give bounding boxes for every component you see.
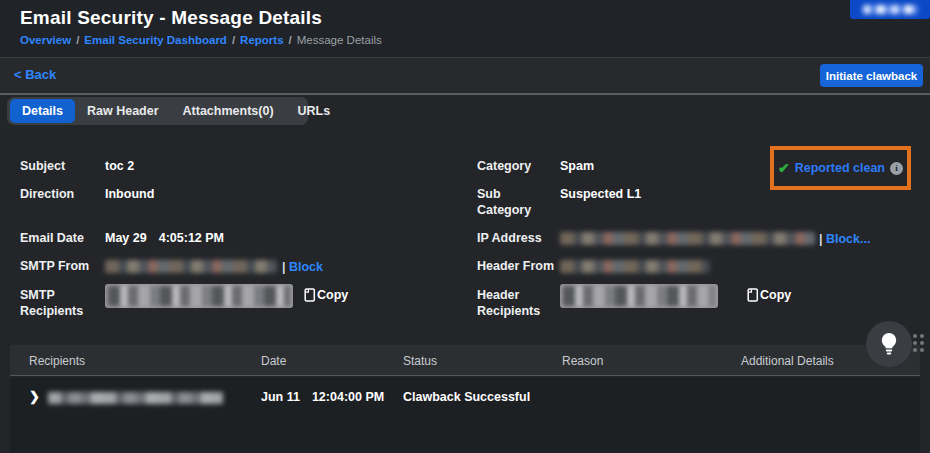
direction-label: Direction bbox=[20, 186, 100, 202]
lightbulb-icon bbox=[878, 332, 900, 356]
column-status: Status bbox=[403, 354, 437, 368]
smtp-recipients-copy-button[interactable]: Copy bbox=[303, 288, 348, 302]
direction-value: Inbound bbox=[105, 186, 154, 202]
header-recipients-label: Header Recipients bbox=[477, 287, 557, 319]
column-recipients: Recipients bbox=[29, 354, 85, 368]
subject-label: Subject bbox=[20, 158, 100, 174]
check-icon: ✔ bbox=[778, 160, 790, 176]
email-date-time: 4:05:12 PM bbox=[159, 231, 224, 245]
app-header: Email Security - Message Details Overvie… bbox=[0, 0, 930, 57]
tab-attachments[interactable]: Attachments(0) bbox=[171, 99, 286, 123]
info-icon[interactable]: i bbox=[890, 162, 903, 175]
tab-urls[interactable]: URLs bbox=[286, 99, 343, 123]
tab-raw-header[interactable]: Raw Header bbox=[75, 99, 171, 123]
redacted-ip-address-value bbox=[560, 232, 815, 245]
email-date-label: Email Date bbox=[20, 230, 100, 246]
redacted-header-from-value bbox=[560, 260, 710, 273]
redacted-smtp-recipients-value bbox=[105, 284, 293, 308]
drag-dots-icon[interactable] bbox=[913, 334, 924, 352]
lightbulb-fab-button[interactable] bbox=[866, 321, 912, 367]
recipients-table: Recipients Date Status Reason Additional… bbox=[10, 345, 920, 453]
ip-address-label: IP Address bbox=[477, 230, 557, 246]
header-recipients-copy-button[interactable]: Copy bbox=[746, 288, 791, 302]
sub-category-label: Sub Category bbox=[477, 186, 557, 218]
header-from-label: Header From bbox=[477, 258, 557, 274]
column-reason: Reason bbox=[562, 354, 603, 368]
breadcrumb-overview[interactable]: Overview bbox=[20, 34, 71, 46]
row-status-cell: Clawback Successful bbox=[403, 390, 530, 404]
initiate-clawback-button[interactable]: Initiate clawback bbox=[820, 64, 923, 87]
breadcrumb-separator: / bbox=[76, 34, 79, 46]
column-additional-details: Additional Details bbox=[741, 354, 834, 368]
smtp-from-label: SMTP From bbox=[20, 258, 100, 274]
row-time: 12:04:00 PM bbox=[312, 390, 384, 404]
table-header-row: Recipients Date Status Reason Additional… bbox=[10, 345, 920, 376]
email-date-date: May 29 bbox=[105, 231, 147, 245]
sub-category-value: Suspected L1 bbox=[560, 186, 641, 202]
ip-address-block-link[interactable]: Block... bbox=[826, 232, 870, 246]
copy-icon bbox=[746, 288, 759, 302]
backbar-divider bbox=[0, 93, 930, 95]
row-date: Jun 11 bbox=[261, 390, 300, 404]
breadcrumb-reports[interactable]: Reports bbox=[240, 34, 283, 46]
page-title: Email Security - Message Details bbox=[20, 7, 322, 29]
tab-details[interactable]: Details bbox=[10, 99, 75, 123]
reported-clean-status: Reported clean bbox=[795, 161, 885, 175]
smtp-recipients-label: SMTP Recipients bbox=[20, 287, 100, 319]
pipe-separator: | bbox=[282, 260, 286, 274]
email-security-message-details-page: Email Security - Message Details Overvie… bbox=[0, 0, 930, 453]
copy-label: Copy bbox=[760, 288, 791, 302]
tab-bar: Details Raw Header Attachments(0) URLs bbox=[7, 97, 308, 125]
column-date: Date bbox=[261, 354, 286, 368]
category-value: Spam bbox=[560, 158, 594, 174]
row-date-cell: Jun 1112:04:00 PM bbox=[261, 390, 384, 404]
breadcrumb: Overview/Email Security Dashboard/Report… bbox=[20, 34, 382, 46]
reported-clean-highlight-box: ✔ Reported clean i bbox=[770, 146, 911, 190]
top-right-redacted-button[interactable] bbox=[850, 0, 930, 19]
redacted-button-label bbox=[863, 5, 918, 14]
table-body: ❯ Jun 1112:04:00 PM Clawback Successful bbox=[10, 377, 920, 453]
breadcrumb-current: Message Details bbox=[297, 34, 382, 46]
breadcrumb-separator: / bbox=[232, 34, 235, 46]
subject-value: toc 2 bbox=[105, 158, 134, 174]
redacted-smtp-from-value bbox=[105, 260, 277, 273]
smtp-from-actions: | Block bbox=[282, 259, 323, 275]
smtp-from-block-link[interactable]: Block bbox=[289, 260, 323, 274]
breadcrumb-email-security-dashboard[interactable]: Email Security Dashboard bbox=[84, 34, 227, 46]
redacted-header-recipients-value bbox=[560, 284, 718, 308]
category-label: Category bbox=[477, 158, 557, 174]
back-bar: < Back Initiate clawback bbox=[0, 58, 930, 93]
copy-label: Copy bbox=[317, 288, 348, 302]
row-expander-chevron-icon[interactable]: ❯ bbox=[29, 389, 40, 404]
back-link[interactable]: < Back bbox=[14, 67, 56, 82]
copy-icon bbox=[303, 288, 316, 302]
table-row: ❯ Jun 1112:04:00 PM Clawback Successful bbox=[10, 377, 920, 417]
breadcrumb-separator: / bbox=[289, 34, 292, 46]
ip-address-actions: | Block... bbox=[819, 231, 870, 247]
redacted-row-recipient bbox=[48, 392, 223, 404]
email-date-value: May 294:05:12 PM bbox=[105, 230, 224, 246]
pipe-separator: | bbox=[819, 232, 823, 246]
